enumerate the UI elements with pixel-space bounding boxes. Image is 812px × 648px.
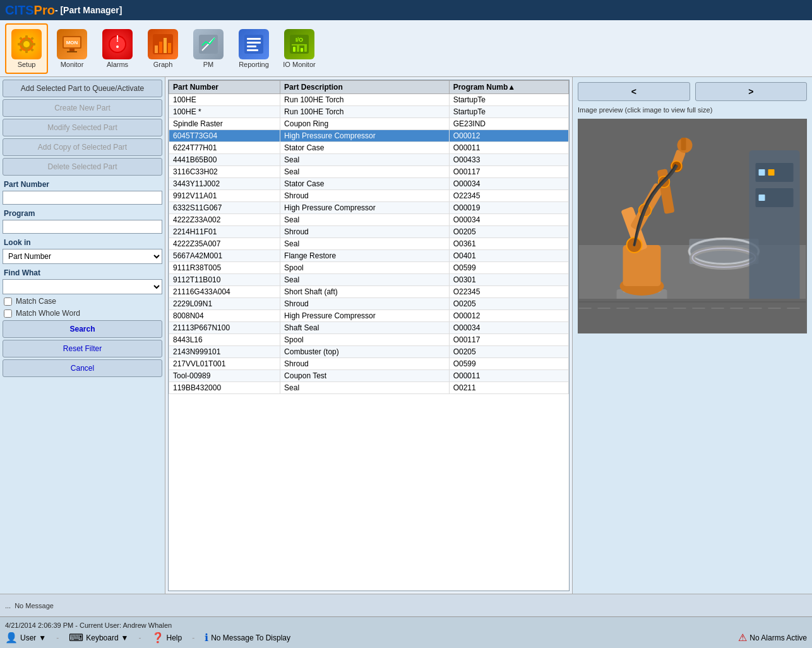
cell-partNumber: 6045T73G04 [169,130,280,142]
cell-program: O0599 [449,358,568,370]
match-whole-word-label: Match Whole Word [16,309,80,318]
status-message: No Message [15,602,54,609]
modify-selected-part-button[interactable]: Modify Selected Part [3,119,162,136]
toolbar-pm[interactable]: PM [187,23,230,74]
table-row[interactable]: 3116C33H02SealO00117 [169,166,569,178]
toolbar-reporting[interactable]: Reporting [232,23,275,74]
robot-image[interactable] [578,119,807,333]
next-button[interactable]: > [695,82,808,101]
no-message-label: No Message To Display [211,633,290,642]
user-menu[interactable]: 👤 User ▼ [5,632,46,644]
info-icon: ℹ [205,632,208,644]
app-title: - [Part Manager] [55,5,122,15]
cell-program: O0401 [449,250,568,262]
svg-rect-5 [32,43,35,45]
cell-description: Seal [280,166,450,178]
table-row[interactable]: 3443Y11J002Stator CaseO00034 [169,178,569,190]
table-row[interactable]: 4441B65B00SealO00433 [169,154,569,166]
find-what-select[interactable] [3,279,162,294]
table-row[interactable]: 2229L09N1ShroudO0205 [169,298,569,310]
table-row[interactable]: 8443L16SpoolO00117 [169,334,569,346]
search-button[interactable]: Search [3,320,162,338]
table-row[interactable]: 2143N999101Combuster (top)O0205 [169,346,569,358]
center-panel: Part Number Part Description Program Num… [165,77,572,594]
cell-program: O00034 [449,178,568,190]
alarms-icon: ! [102,29,133,59]
table-row[interactable]: 5667A42M001Flange RestoreO0401 [169,250,569,262]
cancel-button[interactable]: Cancel [3,359,162,377]
cell-program: O00034 [449,322,568,334]
cell-partNumber: 21116G433A004 [169,286,280,298]
table-row[interactable]: 4222Z33A002SealO00034 [169,214,569,226]
table-row[interactable]: 100HERun 100HE TorchStartupTe [169,94,569,106]
toolbar-setup[interactable]: Setup [5,23,48,74]
toolbar-monitor[interactable]: MON Monitor [51,23,93,74]
program-input[interactable] [3,220,162,234]
cell-partNumber: 3443Y11J002 [169,178,280,190]
match-case-label: Match Case [16,297,56,306]
cell-program: O00012 [449,310,568,322]
toolbar-graph[interactable]: Graph [141,23,184,74]
table-row[interactable]: 119BB432000SealO0211 [169,382,569,394]
cell-program: O00117 [449,166,568,178]
create-new-part-button[interactable]: Create New Part [3,99,162,117]
match-whole-word-row: Match Whole Word [3,308,162,318]
toolbar-io-monitor[interactable]: I/O IO Monitor [278,23,321,74]
delete-selected-button[interactable]: Delete Selected Part [3,158,162,176]
toolbar-alarms[interactable]: ! Alarms [96,23,139,74]
table-row[interactable]: 6332S11G067High Pressure CompressorO0001… [169,202,569,214]
table-row[interactable]: 21113P667N100Shaft SealO00034 [169,322,569,334]
cell-program: O0205 [449,346,568,358]
setup-label: Setup [18,61,36,68]
table-row[interactable]: 6045T73G04High Pressure CompressorO00012 [169,130,569,142]
table-row[interactable]: 2214H11F01ShroudO0205 [169,226,569,238]
cell-description: Shroud [280,298,450,310]
table-row[interactable]: Spindle RasterCoupon RingGE23IND [169,118,569,130]
cell-description: Stator Case [280,178,450,190]
match-whole-word-checkbox[interactable] [4,309,12,318]
table-row[interactable]: 4222Z35A007SealO0361 [169,238,569,250]
cell-partNumber: Spindle Raster [169,118,280,130]
pm-label: PM [203,61,214,68]
cell-program: O00433 [449,154,568,166]
cell-description: Short Shaft (aft) [280,286,450,298]
program-label: Program [3,209,162,218]
user-icon: 👤 [5,632,18,644]
footer-datetime: 4/21/2014 2:06:39 PM - Current User: And… [5,621,172,629]
table-row[interactable]: Tool-00989Coupon TestO00011 [169,370,569,382]
svg-rect-67 [579,299,806,333]
svg-rect-21 [159,42,162,53]
part-number-input[interactable] [3,191,162,205]
keyboard-menu[interactable]: ⌨ Keyboard ▼ [69,632,128,644]
table-row[interactable]: 9111R38T005SpoolO0599 [169,262,569,274]
alarms-status: ⚠ No Alarms Active [738,632,807,644]
table-row[interactable]: 21116G433A004Short Shaft (aft)O22345 [169,286,569,298]
cell-program: O22345 [449,286,568,298]
table-row[interactable]: 217VVL01T001ShroudO0599 [169,358,569,370]
table-row[interactable]: 100HE *Run 100HE TorchStartupTe [169,106,569,118]
add-copy-button[interactable]: Add Copy of Selected Part [3,138,162,156]
table-row[interactable]: 9112T11B010SealO0301 [169,274,569,286]
cell-partNumber: 6224T77H01 [169,142,280,154]
cell-program: O0599 [449,262,568,274]
cell-program: O00034 [449,214,568,226]
reset-filter-button[interactable]: Reset Filter [3,340,162,357]
match-case-checkbox[interactable] [4,297,12,306]
parts-table-container[interactable]: Part Number Part Description Program Num… [168,80,570,591]
table-row[interactable]: 6224T77H01Stator CaseO00011 [169,142,569,154]
monitor-icon: MON [57,29,87,59]
cell-partNumber: 100HE * [169,106,280,118]
cell-program: GE23IND [449,118,568,130]
keyboard-dropdown-icon: ▼ [121,633,129,642]
look-in-select[interactable]: Part Number Part Description Program Num… [3,249,162,264]
prev-button[interactable]: < [578,82,690,101]
table-row[interactable]: 8008N04High Pressure CompressorO00012 [169,310,569,322]
add-selected-part-button[interactable]: Add Selected Part to Queue/Activate [3,80,162,97]
cell-description: Seal [280,382,450,394]
col-part-number[interactable]: Part Number [169,81,280,94]
help-button[interactable]: ❓ Help [152,632,182,644]
table-row[interactable]: 9912V11A01ShroudO22345 [169,190,569,202]
col-part-description[interactable]: Part Description [280,81,450,94]
col-program-number[interactable]: Program Numb▲ [449,81,568,94]
left-panel: Add Selected Part to Queue/Activate Crea… [0,77,165,594]
